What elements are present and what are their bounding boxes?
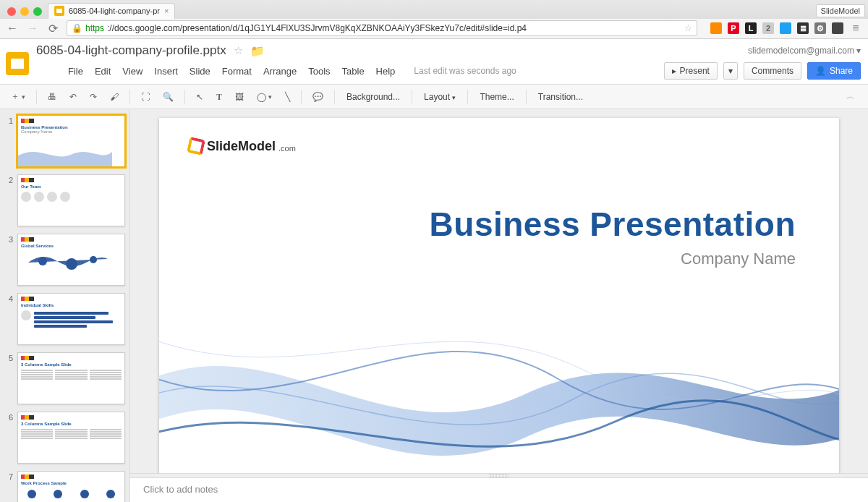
folder-icon[interactable]: 📁 bbox=[250, 44, 265, 58]
zoom-icon[interactable]: 🔍 bbox=[158, 88, 179, 106]
wave-graphic bbox=[159, 263, 839, 473]
thumb-number: 4 bbox=[4, 293, 13, 345]
forward-icon[interactable]: → bbox=[26, 22, 39, 35]
menu-edit[interactable]: Edit bbox=[95, 66, 111, 77]
slide-thumbnail[interactable]: Our Team bbox=[17, 174, 125, 226]
ext-icon-gear[interactable]: ⚙ bbox=[814, 22, 826, 34]
print-icon[interactable]: 🖶 bbox=[43, 88, 61, 106]
chevron-down-icon: ▾ bbox=[452, 94, 456, 101]
close-tab-icon[interactable]: × bbox=[164, 7, 169, 15]
lock-icon: 🔒 bbox=[72, 23, 82, 33]
chrome-menu-icon[interactable]: ≡ bbox=[849, 22, 862, 35]
url-path: ://docs.google.com/presentation/d/1qJG1Y… bbox=[107, 23, 527, 33]
maximize-window-icon[interactable] bbox=[33, 7, 42, 16]
comment-icon[interactable]: 💬 bbox=[307, 88, 328, 106]
logo-text: SlideModel bbox=[207, 139, 276, 154]
collapse-toolbar-icon[interactable]: ︿ bbox=[839, 88, 862, 106]
canvas-area: SlideModel.com Business Presentation Com… bbox=[130, 109, 868, 502]
address-bar-row: ← → ⟳ 🔒 https://docs.google.com/presenta… bbox=[0, 19, 868, 38]
url-input[interactable]: 🔒 https://docs.google.com/presentation/d… bbox=[67, 20, 697, 36]
ext-icon-1[interactable] bbox=[710, 22, 722, 34]
background-button[interactable]: Background... bbox=[341, 89, 406, 105]
present-dropdown[interactable]: ▾ bbox=[723, 62, 738, 80]
transition-button[interactable]: Transition... bbox=[532, 89, 589, 105]
filmstrip[interactable]: 1Business PresentationCompany Name2Our T… bbox=[0, 109, 130, 502]
line-icon[interactable]: ╲ bbox=[280, 88, 295, 106]
menu-view[interactable]: View bbox=[122, 66, 142, 77]
browser-chrome: 6085-04-light-company-pr × SlideModel ← … bbox=[0, 0, 868, 39]
slide-thumbnail[interactable]: Business PresentationCompany Name bbox=[17, 115, 125, 167]
thumb-number: 7 bbox=[4, 471, 13, 502]
minimize-window-icon[interactable] bbox=[20, 7, 29, 16]
thumb-number: 5 bbox=[4, 352, 13, 404]
thumb-number: 1 bbox=[4, 115, 13, 167]
present-button[interactable]: ▸Present bbox=[664, 62, 718, 80]
textbox-icon[interactable]: 𝐓 bbox=[211, 88, 227, 106]
extension-icons: P L 2 ≣ ⚙ ≡ bbox=[705, 22, 862, 35]
close-window-icon[interactable] bbox=[7, 7, 16, 16]
thumb-number: 3 bbox=[4, 234, 13, 286]
menu-table[interactable]: Table bbox=[342, 66, 365, 77]
theme-button[interactable]: Theme... bbox=[474, 89, 519, 105]
svg-point-0 bbox=[38, 257, 47, 265]
person-plus-icon: 👤 bbox=[815, 66, 826, 76]
ext-icon-l[interactable]: L bbox=[745, 22, 757, 34]
slide-thumbnail[interactable]: Individual Skills bbox=[17, 293, 125, 345]
slide-title: Business Presentation bbox=[430, 205, 796, 244]
slide-thumbnail[interactable]: 3 Columns Sample Slide bbox=[17, 412, 125, 464]
layout-button[interactable]: Layout ▾ bbox=[418, 89, 461, 105]
reload-icon[interactable]: ⟳ bbox=[46, 22, 59, 35]
zoom-fit-icon[interactable]: ⛶ bbox=[136, 88, 155, 106]
ext-icon-blue[interactable] bbox=[780, 22, 791, 34]
tab-strip: 6085-04-light-company-pr × SlideModel bbox=[0, 0, 868, 19]
menu-help[interactable]: Help bbox=[376, 66, 396, 77]
slide-thumbnail[interactable]: Work Process Sample bbox=[17, 471, 125, 502]
url-scheme: https bbox=[85, 23, 104, 33]
document-title[interactable]: 6085-04-light-company-profile.pptx bbox=[36, 43, 226, 58]
select-icon[interactable]: ↖ bbox=[191, 88, 208, 106]
ext-icon-owl[interactable] bbox=[832, 22, 843, 34]
main-area: 1Business PresentationCompany Name2Our T… bbox=[0, 109, 868, 502]
menu-arrange[interactable]: Arrange bbox=[263, 66, 297, 77]
slide-thumbnail[interactable]: 3 Columns Sample Slide bbox=[17, 352, 125, 404]
browser-tab[interactable]: 6085-04-light-company-pr × bbox=[48, 3, 175, 19]
last-edit-status: Last edit was seconds ago bbox=[414, 66, 516, 76]
thumb-number: 6 bbox=[4, 412, 13, 464]
pinterest-icon[interactable]: P bbox=[728, 22, 739, 34]
image-icon[interactable]: 🖼 bbox=[230, 88, 249, 106]
bookmark-star-icon[interactable]: ☆ bbox=[684, 23, 692, 33]
comments-button[interactable]: Comments bbox=[744, 62, 801, 80]
account-email[interactable]: slidemodelcom@gmail.com▾ bbox=[748, 46, 861, 56]
back-icon[interactable]: ← bbox=[6, 22, 19, 35]
shape-icon[interactable]: ◯▾ bbox=[252, 88, 277, 106]
menu-insert[interactable]: Insert bbox=[154, 66, 178, 77]
star-icon[interactable]: ☆ bbox=[234, 44, 243, 57]
buffer-icon[interactable]: ≣ bbox=[797, 22, 809, 34]
speaker-notes[interactable]: Click to add notes bbox=[130, 477, 868, 502]
menu-format[interactable]: Format bbox=[222, 66, 252, 77]
canvas-scroll[interactable]: SlideModel.com Business Presentation Com… bbox=[130, 109, 868, 473]
tab-title: 6085-04-light-company-pr bbox=[69, 7, 160, 15]
ext-icon-2[interactable]: 2 bbox=[762, 22, 774, 34]
slide-thumbnail[interactable]: Global Services bbox=[17, 234, 125, 286]
slides-header: 6085-04-light-company-profile.pptx ☆ 📁 s… bbox=[0, 39, 868, 85]
logo-suffix: .com bbox=[278, 144, 296, 154]
redo-icon[interactable]: ↷ bbox=[85, 88, 102, 106]
extension-badge[interactable]: SlideModel bbox=[816, 4, 865, 17]
menu-file[interactable]: File bbox=[68, 66, 83, 77]
svg-point-1 bbox=[66, 258, 77, 270]
slide-subtitle: Company Name bbox=[430, 250, 796, 268]
slides-logo-icon[interactable] bbox=[6, 52, 29, 75]
menu-slide[interactable]: Slide bbox=[190, 66, 210, 77]
play-icon: ▸ bbox=[672, 66, 676, 76]
paint-format-icon[interactable]: 🖌 bbox=[105, 88, 124, 106]
slide-title-block[interactable]: Business Presentation Company Name bbox=[430, 205, 796, 268]
slidemodel-mark-icon bbox=[187, 137, 205, 156]
slidemodel-logo: SlideModel.com bbox=[188, 138, 296, 154]
menu-tools[interactable]: Tools bbox=[308, 66, 330, 77]
undo-icon[interactable]: ↶ bbox=[64, 88, 82, 106]
share-button[interactable]: 👤Share bbox=[807, 62, 861, 80]
menu-bar: File Edit View Insert Slide Format Arran… bbox=[36, 58, 861, 84]
slide-canvas[interactable]: SlideModel.com Business Presentation Com… bbox=[159, 118, 839, 473]
new-slide-button[interactable]: ＋▾ bbox=[6, 87, 30, 106]
